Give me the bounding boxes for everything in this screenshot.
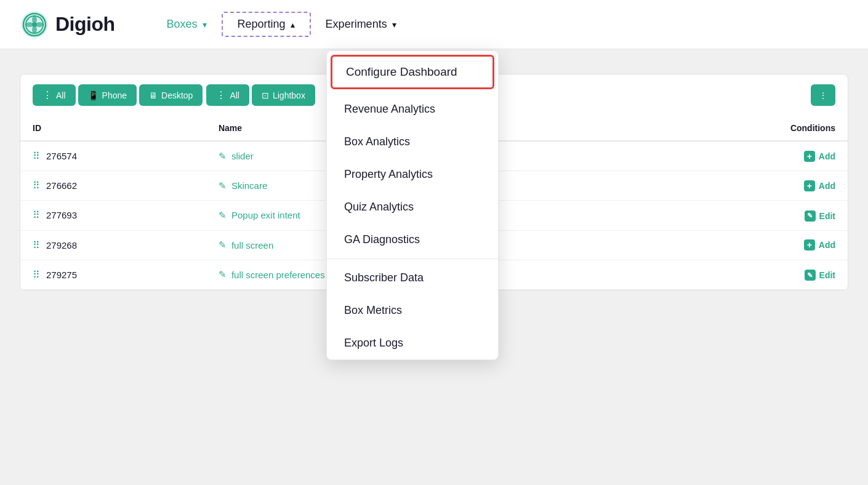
th-id: ID — [20, 116, 206, 141]
property-analytics-item[interactable]: Property Analytics — [327, 158, 498, 191]
grid-icon: ⠿ — [33, 239, 40, 251]
filter-lightbox-label: Lightbox — [273, 90, 305, 100]
row-id-279275: ⠿ 279275 — [33, 269, 194, 281]
grid-icon: ⠿ — [33, 269, 40, 281]
box-analytics-item[interactable]: Box Analytics — [327, 126, 498, 158]
row-id-276574: ⠿ 276574 — [33, 150, 194, 162]
logo-area: Digioh — [20, 10, 115, 39]
row-id-277693: ⠿ 277693 — [33, 209, 194, 221]
type-filter-group: ⋮ All ⊡ Lightbox — [206, 84, 315, 106]
edit-icon: ✎ — [805, 270, 816, 281]
quiz-analytics-item[interactable]: Quiz Analytics — [327, 191, 498, 223]
export-logs-item[interactable]: Export Logs — [327, 327, 498, 359]
edit-icon: ✎ — [805, 210, 816, 222]
dropdown-divider — [327, 259, 498, 259]
main-nav: Boxes ▾ Reporting ▴ Experiments ▾ — [152, 12, 411, 37]
boxes-label: Boxes — [167, 18, 198, 31]
filter-desktop[interactable]: 🖥 Desktop — [139, 84, 203, 106]
filter-lightbox[interactable]: ⊡ Lightbox — [252, 84, 315, 106]
edit-condition-btn-277693[interactable]: ✎ Edit — [805, 210, 835, 222]
filter-phone-label: Phone — [102, 90, 127, 100]
nav-boxes[interactable]: Boxes ▾ — [152, 13, 222, 36]
reporting-dropdown: Configure Dashboard Revenue Analytics Bo… — [326, 50, 499, 360]
boxes-chevron-down-icon: ▾ — [203, 20, 207, 30]
configure-dashboard-highlight: Configure Dashboard — [331, 55, 494, 89]
grid-icon: ⠿ — [33, 209, 40, 221]
device-filter-group: ⋮ All 📱 Phone 🖥 Desktop — [33, 84, 203, 106]
nav-reporting[interactable]: Reporting ▴ — [222, 12, 311, 37]
edit-pencil-icon: ✎ — [219, 269, 227, 280]
row-id-279268: ⠿ 279268 — [33, 239, 194, 251]
digioh-logo — [20, 10, 49, 39]
svg-point-1 — [32, 22, 37, 27]
box-metrics-item[interactable]: Box Metrics — [327, 294, 498, 327]
desktop-icon: 🖥 — [149, 90, 158, 100]
add-condition-btn-276574[interactable]: + Add — [804, 151, 835, 162]
filter-desktop-label: Desktop — [161, 90, 193, 100]
add-condition-btn-279268[interactable]: + Add — [804, 239, 835, 251]
subscriber-data-item[interactable]: Subscriber Data — [327, 262, 498, 294]
plus-icon: + — [804, 180, 815, 191]
add-condition-btn-276662[interactable]: + Add — [804, 180, 835, 191]
th-conditions: Conditions — [660, 116, 848, 141]
lightbox-icon: ⊡ — [262, 90, 269, 100]
phone-icon: 📱 — [88, 90, 98, 100]
logo-text: Digioh — [55, 13, 115, 36]
edit-pencil-icon: ✎ — [219, 151, 227, 162]
grid-icon: ⠿ — [33, 150, 40, 162]
edit-pencil-icon: ✎ — [219, 210, 227, 221]
header: Digioh Boxes ▾ Reporting ▴ Experiments ▾ — [0, 0, 868, 49]
filter-phone[interactable]: 📱 Phone — [78, 84, 137, 106]
filter-extra[interactable]: ⋮ — [811, 84, 835, 106]
reporting-label: Reporting — [238, 18, 286, 31]
grid-icon: ⠿ — [33, 180, 40, 191]
experiments-label: Experiments — [326, 18, 387, 31]
filter-all-types-label: All — [230, 90, 239, 100]
filter-all-devices-label: All — [56, 90, 66, 100]
plus-icon: + — [804, 151, 815, 162]
revenue-analytics-item[interactable]: Revenue Analytics — [327, 93, 498, 126]
configure-dashboard-item[interactable]: Configure Dashboard — [332, 57, 492, 87]
nav-experiments[interactable]: Experiments ▾ — [311, 13, 411, 36]
edit-condition-btn-279275[interactable]: ✎ Edit — [805, 270, 835, 281]
row-id-276662: ⠿ 276662 — [33, 180, 194, 191]
edit-pencil-icon: ✎ — [219, 180, 227, 191]
filter-all-types[interactable]: ⋮ All — [206, 84, 249, 106]
plus-icon: + — [804, 239, 815, 251]
ga-diagnostics-item[interactable]: GA Diagnostics — [327, 223, 498, 256]
reporting-chevron-up-icon: ▴ — [291, 20, 295, 30]
filter-all-devices[interactable]: ⋮ All — [33, 84, 76, 106]
edit-pencil-icon: ✎ — [219, 239, 227, 251]
experiments-chevron-down-icon: ▾ — [392, 20, 396, 30]
